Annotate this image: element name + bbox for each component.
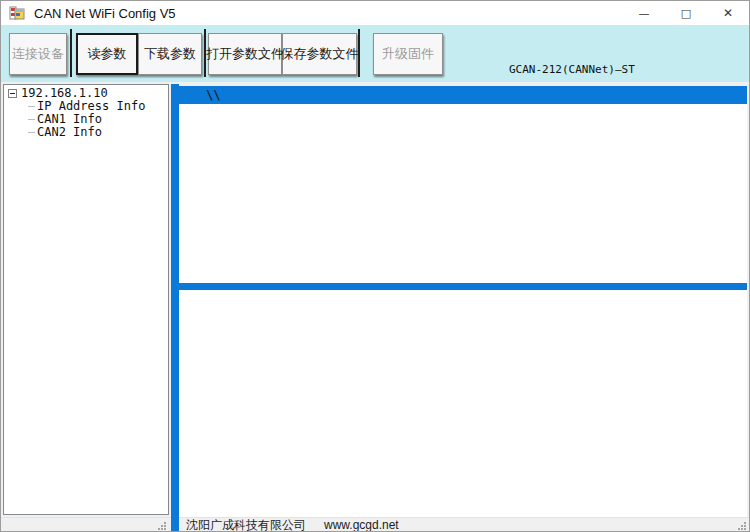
panel-divider: [173, 283, 747, 290]
tree-node-label: CAN2 Info: [37, 126, 102, 139]
app-window: CAN Net WiFi Config V5 — □ ✕ 连接设备 读参数 下载…: [0, 0, 750, 532]
param-panel-top: [179, 104, 747, 283]
toolbar: 连接设备 读参数 下载参数 打开参数文件 保存参数文件 升级固件 GCAN-21…: [1, 25, 749, 82]
minimize-icon: —: [639, 7, 650, 20]
read-params-button[interactable]: 读参数: [76, 33, 138, 75]
minimize-button[interactable]: —: [623, 1, 665, 25]
resize-grip[interactable]: [737, 521, 747, 531]
device-tree: 192.168.1.10 IP Address Info CAN1 Info C…: [3, 84, 169, 515]
company-name: 沈阳广成科技有限公司: [186, 518, 306, 532]
tree-branch-line: [28, 106, 35, 107]
open-param-file-button[interactable]: 打开参数文件: [208, 33, 282, 75]
maximize-button[interactable]: □: [665, 1, 707, 25]
connect-device-button[interactable]: 连接设备: [9, 33, 67, 75]
param-panel-bottom: [179, 290, 747, 517]
device-model: GCAN-212(CANNet)—ST: [509, 63, 641, 76]
close-icon: ✕: [723, 6, 733, 20]
tree-node-can2-info[interactable]: CAN2 Info: [4, 126, 168, 139]
status-text: 沈阳广成科技有限公司www.gcgd.net: [186, 518, 399, 532]
download-params-button[interactable]: 下载参数: [138, 33, 202, 75]
status-bar: 沈阳广成科技有限公司www.gcgd.net: [1, 517, 749, 532]
window-title: CAN Net WiFi Config V5: [34, 1, 176, 25]
website-link[interactable]: www.gcgd.net: [324, 518, 399, 532]
toolbar-separator: [358, 29, 360, 77]
close-button[interactable]: ✕: [707, 1, 749, 25]
upgrade-firmware-button[interactable]: 升级固件: [373, 33, 443, 75]
toolbar-separator: [70, 29, 72, 77]
resize-grip[interactable]: [157, 521, 167, 531]
app-icon: [9, 5, 25, 21]
caption-buttons: — □ ✕: [623, 1, 749, 25]
save-param-file-button[interactable]: 保存参数文件: [282, 33, 357, 75]
tree-branch-line: [28, 119, 35, 120]
tree-branch-line: [28, 132, 35, 133]
collapse-icon[interactable]: [8, 89, 17, 98]
panel-header: \\: [179, 86, 747, 104]
title-bar: CAN Net WiFi Config V5 — □ ✕: [1, 1, 749, 25]
panel-left-border: [171, 84, 179, 532]
maximize-icon: □: [681, 7, 691, 20]
